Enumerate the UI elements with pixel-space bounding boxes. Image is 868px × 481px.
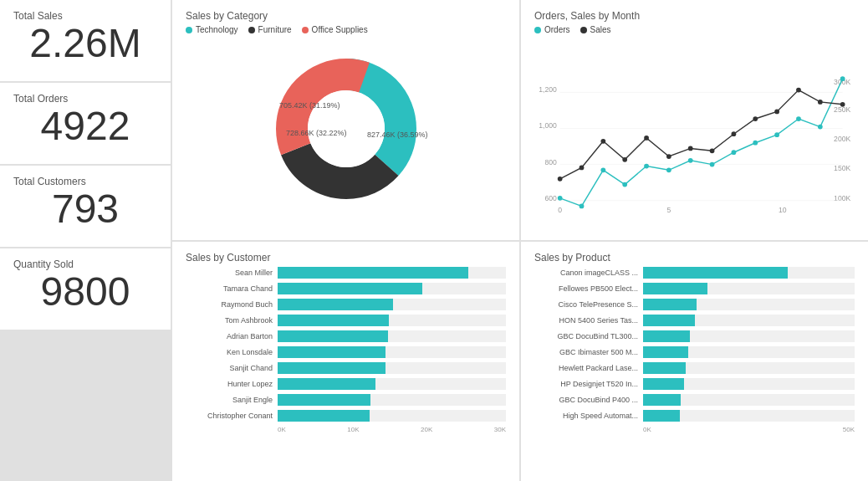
donut-legend: Technology Furniture Office Supplies [186, 25, 506, 34]
customer-bar-track [278, 315, 506, 326]
customer-bar-fill [278, 362, 385, 374]
customer-bar-track [278, 267, 506, 279]
product-bar-track [643, 410, 855, 422]
product-bar-label: GBC Ibimaster 500 M... [534, 348, 643, 356]
line-chart-legend: Orders Sales [534, 25, 855, 34]
customer-bar-label: Raymond Buch [186, 300, 278, 309]
svg-point-33 [622, 157, 627, 162]
product-bar-track [643, 330, 855, 342]
svg-text:0: 0 [558, 206, 562, 214]
customer-bar-fill [278, 299, 393, 310]
product-bar-row: High Speed Automat... [534, 410, 855, 422]
legend-orders-label: Orders [544, 25, 570, 34]
customer-bar-fill [278, 330, 388, 342]
customer-bar-row: Ken Lonsdale [186, 346, 506, 358]
customer-bar-label: Tom Ashbrook [186, 316, 278, 325]
svg-point-32 [600, 139, 605, 144]
product-bar-row: Cisco TelePresence S... [534, 299, 855, 310]
svg-text:5: 5 [666, 206, 671, 214]
customer-bar-row: Sean Miller [186, 267, 506, 279]
product-bar-fill [643, 315, 695, 326]
product-bar-label: GBC DocuBind TL300... [534, 332, 643, 340]
svg-text:1,000: 1,000 [539, 122, 557, 130]
legend-furniture-label: Furniture [258, 25, 292, 34]
customer-bar-chart: Sean Miller Tamara Chand Raymond Buch To… [186, 267, 506, 463]
svg-point-35 [666, 154, 671, 159]
product-bar-track [643, 267, 855, 279]
product-bar-fill [643, 362, 686, 374]
customer-bar-track [278, 299, 506, 310]
legend-furniture-dot [248, 27, 255, 33]
customer-bar-label: Sean Miller [186, 269, 278, 277]
legend-furniture: Furniture [248, 25, 292, 34]
svg-point-30 [558, 177, 563, 182]
kpi-total-orders: Total Orders 4922 [0, 83, 171, 164]
product-bar-track [643, 299, 855, 310]
svg-point-20 [644, 164, 649, 169]
product-bar-row: Fellowes PB500 Elect... [534, 283, 855, 294]
product-bar-fill [643, 378, 684, 390]
svg-point-39 [753, 116, 758, 121]
svg-point-31 [580, 166, 585, 171]
svg-point-23 [710, 162, 715, 167]
customer-bar-track [278, 346, 506, 358]
sales-line [560, 90, 843, 179]
product-bar-row: GBC DocuBind TL300... [534, 330, 855, 342]
kpi-total-sales: Total Sales 2.26M [0, 0, 171, 81]
product-bar-track [643, 315, 855, 326]
svg-point-42 [818, 100, 823, 105]
customer-bar-track [278, 410, 506, 422]
svg-point-18 [600, 167, 605, 172]
legend-technology-label: Technology [196, 25, 238, 34]
svg-text:600: 600 [544, 194, 557, 202]
svg-point-37 [710, 148, 715, 153]
customer-chart-title: Sales by Customer [186, 252, 506, 264]
svg-text:250K: 250K [834, 105, 850, 114]
svg-point-40 [774, 110, 779, 115]
customer-bar-fill [278, 315, 389, 326]
legend-office-supplies-dot [302, 27, 309, 33]
customer-bar-label: Sanjit Chand [186, 364, 278, 372]
product-bar-row: Canon imageCLASS ... [534, 267, 855, 279]
product-bar-label: High Speed Automat... [534, 412, 643, 420]
customer-axis: 0K10K20K30K [278, 426, 506, 433]
donut-chart-title: Sales by Category [186, 10, 506, 22]
donut-chart-container: 728.66K (32.22%) 827.46K (36.59%) 705.42… [186, 39, 506, 217]
product-bar-row: GBC Ibimaster 500 M... [534, 346, 855, 358]
product-bar-fill [643, 410, 680, 422]
product-bar-track [643, 346, 855, 358]
svg-point-41 [796, 88, 801, 93]
svg-point-21 [666, 167, 671, 172]
svg-point-29 [840, 76, 845, 81]
svg-point-27 [796, 116, 801, 121]
product-bar-fill [643, 267, 788, 279]
dashboard: Total Sales 2.26M Total Orders 4922 Tota… [0, 0, 868, 481]
svg-point-17 [580, 204, 585, 209]
svg-text:1,200: 1,200 [539, 85, 557, 94]
svg-point-19 [622, 182, 627, 187]
customer-bar-track [278, 394, 506, 406]
customer-bar-label: Hunter Lopez [186, 380, 278, 388]
svg-point-26 [774, 132, 779, 137]
svg-point-16 [558, 196, 563, 201]
customer-bar-label: Sanjit Engle [186, 396, 278, 404]
kpi-panel: Total Sales 2.26M Total Orders 4922 Tota… [0, 0, 171, 240]
customer-bar-track [278, 330, 506, 342]
svg-text:800: 800 [544, 158, 557, 166]
product-bar-track [643, 283, 855, 294]
product-bar-label: Fellowes PB500 Elect... [534, 284, 643, 293]
svg-point-38 [732, 131, 737, 136]
product-bar-row: HP Designjet T520 In... [534, 378, 855, 390]
legend-orders: Orders [534, 25, 570, 34]
product-bar-row: Hewlett Packard Lase... [534, 362, 855, 374]
sales-by-category-card: Sales by Category Technology Furniture O… [172, 0, 519, 240]
svg-point-34 [644, 136, 649, 141]
product-bar-row: HON 5400 Series Tas... [534, 315, 855, 326]
customer-bar-row: Sanjit Chand [186, 362, 506, 374]
product-bar-row: GBC DocuBind P400 ... [534, 394, 855, 406]
svg-point-43 [840, 102, 845, 107]
legend-technology-dot [186, 27, 192, 33]
product-bar-label: HON 5400 Series Tas... [534, 316, 643, 325]
legend-office-supplies-label: Office Supplies [312, 25, 368, 34]
svg-point-22 [688, 158, 693, 163]
